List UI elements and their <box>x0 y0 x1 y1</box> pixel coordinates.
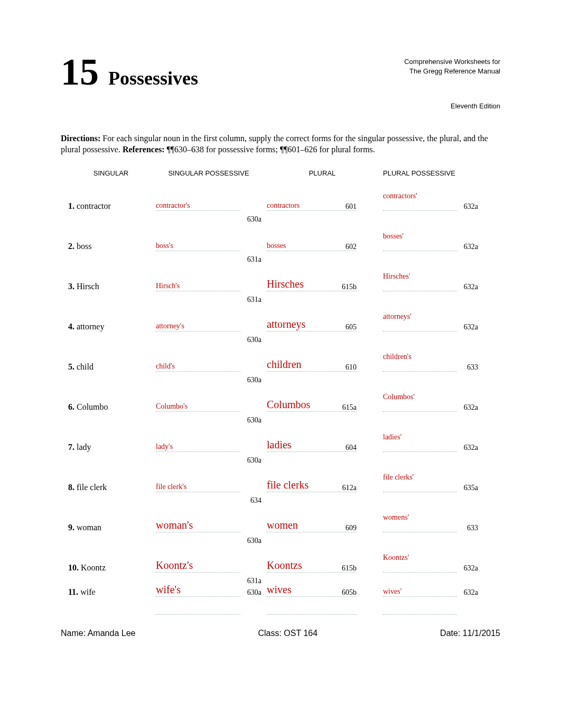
singular-possessive-cell: wife's630a <box>156 584 261 597</box>
pp-reference: 632a <box>464 444 478 452</box>
plural-possessive-cell: wives'632a <box>383 586 478 597</box>
pp-reference: 632a <box>464 588 478 597</box>
possessives-table: SINGULAR SINGULAR POSSESSIVE PLURAL PLUR… <box>61 169 500 615</box>
item-number: 1. <box>68 201 77 210</box>
directions-paragraph: Directions: For each singular noun in th… <box>61 133 500 155</box>
plural-possessive-answer: file clerks' <box>383 473 414 482</box>
singular-cell: 4. attorney <box>61 322 151 331</box>
singular-possessive-answer: attorney's <box>156 322 184 331</box>
singular-word: Hirsch <box>77 282 99 291</box>
singular-possessive-cell: boss's631a <box>156 241 261 251</box>
source-line-1: Comprehensive Worksheets for <box>404 57 500 67</box>
singular-cell: 8. file clerk <box>61 483 151 492</box>
plural-possessive-answer: bosses' <box>383 232 404 241</box>
plural-reference: 609 <box>345 524 357 532</box>
singular-cell: 1. contractor <box>61 201 151 211</box>
singular-possessive-answer: Columbo's <box>156 402 188 412</box>
plural-answer: contractors <box>267 201 300 211</box>
plural-reference: 615b <box>342 283 357 291</box>
pp-reference: 632a <box>464 323 478 331</box>
title-block: 15 Possessives <box>61 53 198 91</box>
source-block: Comprehensive Worksheets for The Gregg R… <box>404 53 500 112</box>
singular-possessive-cell: Hirsch's631a <box>156 281 261 291</box>
plural-reference: 605b <box>342 588 357 597</box>
singular-possessive-answer: lady's <box>156 443 173 452</box>
singular-word: lady <box>77 443 91 451</box>
plural-cell: ladies604 <box>267 439 378 452</box>
plural-answer: children <box>267 358 302 372</box>
plural-cell: bosses602 <box>267 241 378 251</box>
singular-possessive-cell: attorney's630a <box>156 321 261 331</box>
singular-cell: 7. lady <box>61 443 151 452</box>
plural-possessive-answer: Columbos' <box>383 393 415 401</box>
item-number: 2. <box>68 242 77 251</box>
source-line-2: The Gregg Reference Manual <box>404 67 500 76</box>
item-number: 4. <box>68 322 77 331</box>
plural-answer: Hirsches <box>267 278 304 291</box>
date-label: Date: <box>440 629 460 638</box>
class-value: OST 164 <box>284 629 317 638</box>
plural-cell: Koontzs615b <box>267 559 378 573</box>
singular-possessive-cell: Koontz's631a <box>156 559 261 573</box>
plural-cell: children610 <box>267 358 378 372</box>
plural-reference: 615b <box>342 564 357 573</box>
plural-answer: attorneys <box>267 318 305 331</box>
singular-word: child <box>77 362 94 371</box>
table-row: 3. HirschHirsch's631aHirsches615bHirsche… <box>61 261 500 291</box>
plural-answer: wives <box>267 584 292 597</box>
singular-word: file clerk <box>77 483 107 492</box>
singular-possessive-answer: file clerk's <box>156 483 186 492</box>
references-body: ¶¶630–638 for possessive forms; ¶¶601–62… <box>167 145 375 154</box>
col-header-singular: SINGULAR <box>61 169 151 177</box>
singular-word: contractor <box>77 201 111 210</box>
singular-word: boss <box>77 242 91 251</box>
item-number: 6. <box>68 402 77 411</box>
directions-label: Directions: <box>61 134 100 143</box>
singular-cell: 10. Koontz <box>61 563 151 573</box>
pp-reference: 632a <box>464 403 478 412</box>
singular-possessive-answer: wife's <box>156 584 181 597</box>
item-number: 8. <box>68 483 77 492</box>
plural-reference: 615a <box>342 403 357 412</box>
singular-possessive-cell: child's630a <box>156 361 261 372</box>
plural-cell: attorneys605 <box>267 318 378 331</box>
chapter-number: 15 <box>61 53 99 91</box>
singular-cell: 5. child <box>61 362 151 372</box>
plural-cell: women609 <box>267 519 378 532</box>
class-label: Class: <box>258 629 281 638</box>
item-number: 5. <box>68 362 77 371</box>
singular-possessive-answer: Koontz's <box>156 559 193 573</box>
item-number: 10. <box>68 563 81 572</box>
singular-word: woman <box>77 523 101 532</box>
table-row: 11. wifewife's630awives605bwives'632a <box>61 582 500 597</box>
name-value: Amanda Lee <box>88 629 136 638</box>
plural-possessive-answer: womens' <box>383 513 409 522</box>
pp-reference: 632a <box>464 202 478 211</box>
plural-cell: wives605b <box>267 584 378 597</box>
item-number: 9. <box>68 523 77 532</box>
plural-reference: 612a <box>342 484 357 492</box>
singular-word: attorney <box>77 322 104 331</box>
col-header-plural-possessive: PLURAL POSSESSIVE <box>383 169 478 177</box>
plural-reference: 610 <box>345 363 357 372</box>
pp-reference: 635a <box>464 484 478 492</box>
name-label: Name: <box>61 629 86 638</box>
singular-possessive-cell: lady's630a <box>156 441 261 452</box>
item-number: 11. <box>68 587 80 596</box>
singular-cell: 11. wife <box>61 587 151 597</box>
plural-possessive-answer: Koontzs' <box>383 554 409 562</box>
sp-reference: 630a <box>247 588 261 597</box>
item-number: 3. <box>68 282 77 291</box>
table-row: 6. ColumboColumbo's630aColumbos615aColum… <box>61 381 500 412</box>
table-row: 4. attorneyattorney's630aattorneys605att… <box>61 301 500 331</box>
col-header-plural: PLURAL <box>267 169 378 177</box>
singular-word: wife <box>80 587 95 596</box>
pp-reference: 633 <box>467 363 478 372</box>
plural-reference: 605 <box>345 323 357 331</box>
plural-answer: file clerks <box>267 479 308 492</box>
singular-possessive-answer: child's <box>156 362 175 372</box>
singular-possessive-answer: woman's <box>156 519 193 532</box>
plural-answer: ladies <box>267 439 292 452</box>
table-row: 2. bossboss's631abosses602bosses'632a <box>61 220 500 251</box>
col-header-singular-possessive: SINGULAR POSSESSIVE <box>156 169 261 177</box>
